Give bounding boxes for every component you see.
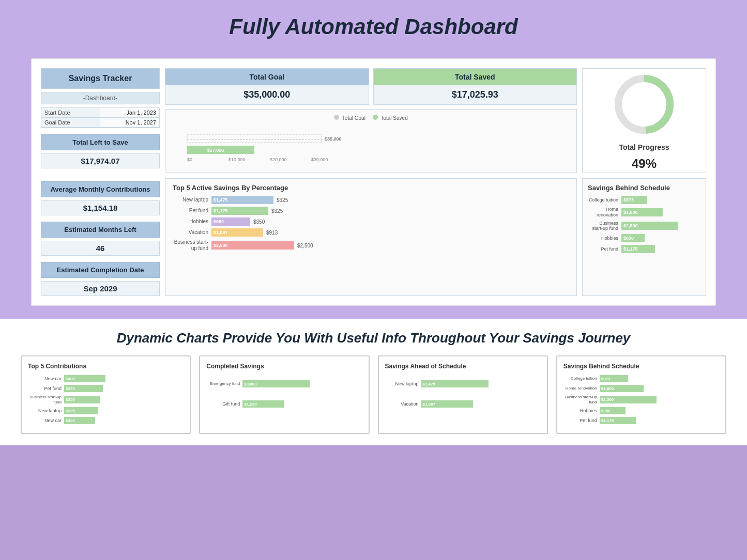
behind-label-0: College tuition bbox=[588, 197, 621, 203]
behind-item-1: Home renovation $1,800 bbox=[588, 207, 700, 218]
start-date-label: Start Date bbox=[41, 108, 100, 118]
legend-goal-dot bbox=[334, 115, 339, 120]
chart-top5-contributions: Top 5 Contributions New car $400 Pet fun… bbox=[21, 355, 191, 434]
top5-item-pet-fund: Pet fund $1,175 $325 bbox=[173, 207, 569, 215]
top5-chart-title: Top 5 Active Savings By Percentage bbox=[173, 184, 569, 192]
top5-label-2: Hobbies bbox=[173, 219, 211, 225]
behind-item-4: Pet fund $1,175 bbox=[588, 245, 700, 253]
total-goal-value: $35,000.00 bbox=[165, 85, 369, 104]
left-column: Savings Tracker -Dashboard- Start Date J… bbox=[41, 68, 160, 173]
top5-val-0: $1,475 bbox=[211, 197, 228, 203]
sm-label-3-4: Pet fund bbox=[563, 418, 600, 424]
sm-item-0-1: Pet fund $375 bbox=[28, 385, 184, 392]
sm-val-0-2: $350 bbox=[64, 397, 75, 402]
middle-column: Total Goal $35,000.00 Total Saved $17,02… bbox=[165, 68, 577, 173]
total-progress-value: 49% bbox=[632, 157, 657, 171]
behind-bar-0: $873 bbox=[621, 196, 647, 204]
sm-val-2-1: $1,087 bbox=[421, 402, 435, 407]
total-left-value: $17,974.07 bbox=[41, 153, 160, 168]
sm-label-0-2: Business start-up fund bbox=[28, 395, 64, 405]
sm-bar-1-1: $1,230 bbox=[242, 400, 284, 408]
donut-svg bbox=[611, 71, 678, 138]
sm-bar-3-2: $2,500 bbox=[600, 396, 657, 403]
sm-bar-3-0: $873 bbox=[600, 375, 628, 382]
sm-bar-0-1: $375 bbox=[64, 385, 103, 392]
sm-bar-3-1: $1,800 bbox=[600, 385, 644, 392]
sm-bar-3-3: $650 bbox=[600, 407, 626, 414]
sm-item-0-0: New car $400 bbox=[28, 375, 184, 382]
svg-text:$10,000: $10,000 bbox=[228, 157, 246, 162]
sm-val-1-0: $3,000 bbox=[242, 382, 256, 386]
goal-progress-chart: Total Goal Total Saved $35,000 bbox=[165, 109, 577, 173]
sm-item-1-1: Gift fund $1,230 bbox=[206, 400, 362, 408]
top5-label-4: Business start-up fund bbox=[173, 239, 211, 252]
sm-label-0-4: New car bbox=[28, 418, 64, 424]
top5-goal-1: $325 bbox=[271, 208, 283, 214]
top5-label-0: New laptop bbox=[173, 197, 211, 203]
behind-bar-3: $650 bbox=[621, 234, 645, 242]
top5-bar-0: $1,475 bbox=[211, 196, 273, 204]
behind-label-2: Business start-up fund bbox=[588, 221, 621, 232]
info-section: Dynamic Charts Provide You With Useful I… bbox=[0, 319, 747, 445]
behind-item-2: Business start-up fund $2,500 bbox=[588, 221, 700, 232]
dashboard-bottom-row: Average Monthly Contributions $1,154.18 … bbox=[41, 178, 706, 296]
chart-ahead-schedule-title: Savings Ahead of Schedule bbox=[385, 363, 541, 370]
total-goal-label: Total Goal bbox=[165, 69, 369, 85]
total-saved-box: Total Saved $17,025.93 bbox=[373, 68, 577, 105]
sm-item-3-1: Home renovation $1,800 bbox=[563, 385, 719, 392]
sm-item-3-2: Business start-up fund $2,500 bbox=[563, 395, 719, 405]
sm-val-3-3: $650 bbox=[600, 409, 611, 413]
sm-val-3-1: $1,800 bbox=[600, 386, 614, 391]
behind-label-3: Hobbies bbox=[588, 236, 621, 241]
info-title: Dynamic Charts Provide You With Useful I… bbox=[21, 330, 726, 346]
behind-val-3: $650 bbox=[621, 236, 634, 241]
behind-label-4: Pet fund bbox=[588, 246, 621, 252]
behind-val-2: $2,500 bbox=[621, 223, 638, 228]
sm-label-0-0: New car bbox=[28, 376, 64, 382]
top5-item-business: Business start-up fund $2,500 $2,500 bbox=[173, 239, 569, 252]
sm-label-2-0: New laptop bbox=[385, 381, 421, 387]
tracker-subtitle: -Dashboard- bbox=[41, 92, 160, 104]
behind-item-0: College tuition $873 bbox=[588, 196, 700, 204]
svg-rect-1 bbox=[187, 134, 322, 143]
behind-bar-4: $1,175 bbox=[621, 245, 655, 253]
sm-label-1-1: Gift fund bbox=[206, 401, 242, 407]
sm-label-1-0: Emergency fund bbox=[206, 381, 242, 386]
legend-goal: Total Goal bbox=[334, 115, 365, 121]
dashboard-top-row: Savings Tracker -Dashboard- Start Date J… bbox=[41, 68, 706, 173]
chart-behind-schedule-title: Savings Behind Schedule bbox=[563, 363, 719, 370]
sm-item-2-0: New laptop $1,475 bbox=[385, 380, 541, 387]
legend-saved: Total Saved bbox=[373, 115, 408, 121]
top5-bar-1: $1,175 bbox=[211, 207, 268, 215]
bottom-left-column: Average Monthly Contributions $1,154.18 … bbox=[41, 178, 160, 296]
dashboard-wrapper: Savings Tracker -Dashboard- Start Date J… bbox=[0, 51, 747, 319]
top5-bar-2: $650 bbox=[211, 217, 250, 226]
top5-goal-0: $325 bbox=[277, 197, 288, 203]
svg-text:$20,000: $20,000 bbox=[270, 157, 287, 162]
behind-val-4: $1,175 bbox=[621, 246, 638, 252]
chart-behind-schedule: Savings Behind Schedule College tuition … bbox=[556, 355, 726, 434]
sm-bar-2-0: $1,475 bbox=[421, 380, 489, 387]
top5-label-3: Vacation bbox=[173, 229, 211, 236]
avg-monthly-value: $1,154.18 bbox=[41, 200, 160, 215]
donut-chart bbox=[611, 71, 678, 138]
top5-item-vacation: Vacation $1,087 $913 bbox=[173, 228, 569, 237]
top5-bar-3: $1,087 bbox=[211, 228, 263, 237]
top5-item-new-laptop: New laptop $1,475 $325 bbox=[173, 196, 569, 204]
sm-val-3-0: $873 bbox=[600, 377, 611, 381]
top5-bar-4: $2,500 bbox=[211, 241, 294, 250]
horizontal-bar-svg: $35,000 $17,026 $0 $10,000 $20,000 $30,0… bbox=[172, 124, 570, 165]
sm-bar-0-2: $350 bbox=[64, 396, 100, 403]
sm-bar-0-0: $400 bbox=[64, 375, 105, 382]
sm-label-3-3: Hobbies bbox=[563, 408, 600, 414]
chart-completed-savings: Completed Savings Emergency fund $3,000 … bbox=[199, 355, 369, 434]
page-header: Fully Automated Dashboard bbox=[0, 0, 747, 51]
total-left-label: Total Left to Save bbox=[41, 134, 160, 150]
top5-goal-4: $2,500 bbox=[297, 243, 313, 248]
behind-schedule-items: College tuition $873 Home renovation $1,… bbox=[588, 196, 700, 253]
top5-goal-3: $913 bbox=[266, 230, 278, 236]
sm-val-0-4: $300 bbox=[64, 418, 75, 423]
avg-monthly-label: Average Monthly Contributions bbox=[41, 181, 160, 197]
behind-val-1: $1,800 bbox=[621, 210, 638, 215]
sm-val-3-2: $2,500 bbox=[600, 397, 614, 402]
